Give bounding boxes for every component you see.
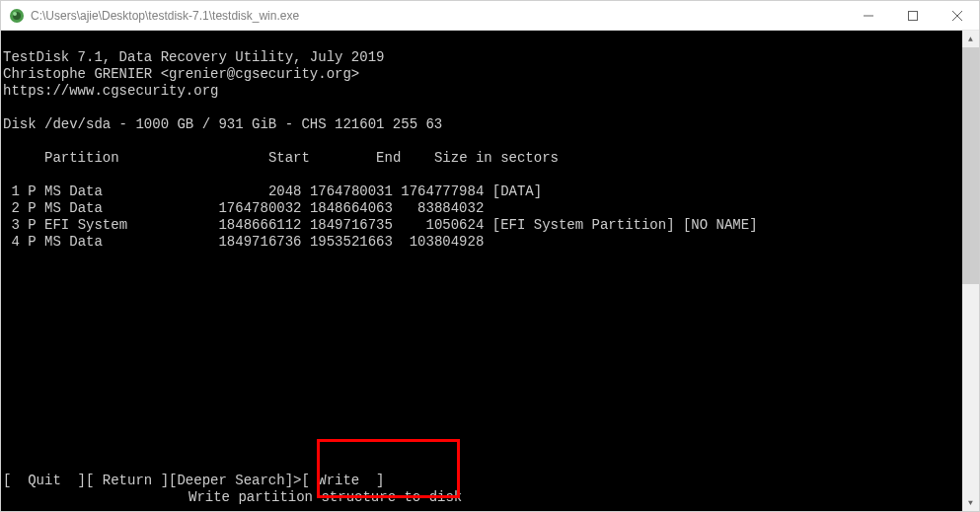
header-line-3: https://www.cgsecurity.org xyxy=(3,83,218,99)
console-content[interactable]: TestDisk 7.1, Data Recovery Utility, Jul… xyxy=(1,31,962,511)
maximize-button[interactable] xyxy=(890,1,935,30)
close-button[interactable] xyxy=(935,1,979,30)
console-area: TestDisk 7.1, Data Recovery Utility, Jul… xyxy=(1,31,979,511)
titlebar[interactable]: C:\Users\ajie\Desktop\testdisk-7.1\testd… xyxy=(1,1,979,31)
header-line-1: TestDisk 7.1, Data Recovery Utility, Jul… xyxy=(3,49,384,65)
col-end: End xyxy=(376,150,401,166)
partition-row: 1 P MS Data 2048 1764780031 1764777984 [… xyxy=(3,183,542,199)
col-start: Start xyxy=(268,150,310,166)
window-controls xyxy=(846,1,979,30)
disk-info-line: Disk /dev/sda - 1000 GB / 931 GiB - CHS … xyxy=(3,116,442,132)
svg-rect-4 xyxy=(908,11,917,20)
col-partition: Partition xyxy=(44,150,119,166)
minimize-button[interactable] xyxy=(846,1,890,30)
partition-row: 4 P MS Data 1849716736 1953521663 103804… xyxy=(3,234,492,250)
scroll-up-arrow[interactable]: ▲ xyxy=(962,31,979,47)
scrollbar-thumb[interactable] xyxy=(962,47,979,284)
svg-point-2 xyxy=(13,12,17,16)
vertical-scrollbar[interactable]: ▲ ▼ xyxy=(962,31,979,511)
menu-return[interactable]: [ Return ] xyxy=(86,473,169,489)
hint-text: Write partition structure to disk xyxy=(188,489,462,506)
menu-deeper-search[interactable]: [Deeper Search] xyxy=(169,473,293,489)
app-window: C:\Users\ajie\Desktop\testdisk-7.1\testd… xyxy=(0,0,980,512)
partition-row: 2 P MS Data 1764780032 1848664063 838840… xyxy=(3,200,492,216)
menu-write[interactable]: >[ Write ] xyxy=(293,473,384,489)
header-line-2: Christophe GRENIER <grenier@cgsecurity.o… xyxy=(3,66,359,82)
app-icon xyxy=(9,8,25,24)
menu-quit[interactable]: [ Quit ] xyxy=(3,473,86,489)
col-size: Size in sectors xyxy=(434,150,559,166)
menu-row: [ Quit ] [ Return ] [Deeper Search] >[ W… xyxy=(3,473,384,489)
partition-row: 3 P EFI System 1848666112 1849716735 105… xyxy=(3,217,758,233)
scroll-down-arrow[interactable]: ▼ xyxy=(962,494,979,511)
window-title: C:\Users\ajie\Desktop\testdisk-7.1\testd… xyxy=(31,9,846,23)
